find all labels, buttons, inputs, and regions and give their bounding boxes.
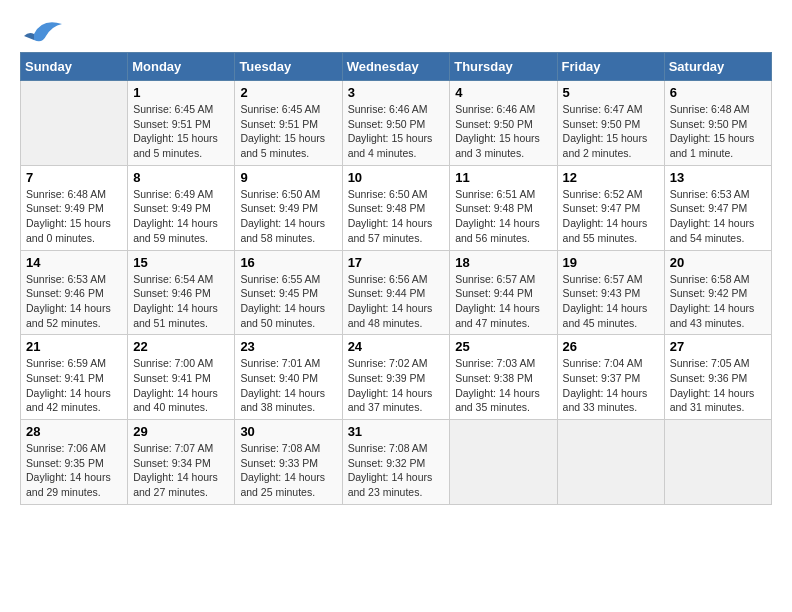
calendar-cell: 22Sunrise: 7:00 AMSunset: 9:41 PMDayligh… bbox=[128, 335, 235, 420]
calendar-cell: 21Sunrise: 6:59 AMSunset: 9:41 PMDayligh… bbox=[21, 335, 128, 420]
calendar-week-row: 28Sunrise: 7:06 AMSunset: 9:35 PMDayligh… bbox=[21, 420, 772, 505]
calendar-cell: 7Sunrise: 6:48 AMSunset: 9:49 PMDaylight… bbox=[21, 165, 128, 250]
calendar-cell: 10Sunrise: 6:50 AMSunset: 9:48 PMDayligh… bbox=[342, 165, 450, 250]
day-info: Sunrise: 6:48 AMSunset: 9:49 PMDaylight:… bbox=[26, 187, 122, 246]
day-number: 11 bbox=[455, 170, 551, 185]
day-info: Sunrise: 6:50 AMSunset: 9:48 PMDaylight:… bbox=[348, 187, 445, 246]
col-header-friday: Friday bbox=[557, 53, 664, 81]
calendar-cell: 17Sunrise: 6:56 AMSunset: 9:44 PMDayligh… bbox=[342, 250, 450, 335]
calendar-cell: 3Sunrise: 6:46 AMSunset: 9:50 PMDaylight… bbox=[342, 81, 450, 166]
day-info: Sunrise: 7:02 AMSunset: 9:39 PMDaylight:… bbox=[348, 356, 445, 415]
calendar-cell: 14Sunrise: 6:53 AMSunset: 9:46 PMDayligh… bbox=[21, 250, 128, 335]
col-header-thursday: Thursday bbox=[450, 53, 557, 81]
day-info: Sunrise: 6:55 AMSunset: 9:45 PMDaylight:… bbox=[240, 272, 336, 331]
day-number: 21 bbox=[26, 339, 122, 354]
calendar-cell bbox=[664, 420, 771, 505]
calendar-week-row: 14Sunrise: 6:53 AMSunset: 9:46 PMDayligh… bbox=[21, 250, 772, 335]
day-info: Sunrise: 7:07 AMSunset: 9:34 PMDaylight:… bbox=[133, 441, 229, 500]
day-info: Sunrise: 7:05 AMSunset: 9:36 PMDaylight:… bbox=[670, 356, 766, 415]
day-number: 4 bbox=[455, 85, 551, 100]
day-info: Sunrise: 6:52 AMSunset: 9:47 PMDaylight:… bbox=[563, 187, 659, 246]
day-number: 3 bbox=[348, 85, 445, 100]
logo bbox=[20, 16, 62, 44]
calendar-cell: 24Sunrise: 7:02 AMSunset: 9:39 PMDayligh… bbox=[342, 335, 450, 420]
day-info: Sunrise: 6:48 AMSunset: 9:50 PMDaylight:… bbox=[670, 102, 766, 161]
day-number: 26 bbox=[563, 339, 659, 354]
day-info: Sunrise: 6:53 AMSunset: 9:46 PMDaylight:… bbox=[26, 272, 122, 331]
calendar-cell: 26Sunrise: 7:04 AMSunset: 9:37 PMDayligh… bbox=[557, 335, 664, 420]
calendar-cell: 28Sunrise: 7:06 AMSunset: 9:35 PMDayligh… bbox=[21, 420, 128, 505]
col-header-saturday: Saturday bbox=[664, 53, 771, 81]
day-number: 8 bbox=[133, 170, 229, 185]
day-number: 25 bbox=[455, 339, 551, 354]
calendar-cell: 8Sunrise: 6:49 AMSunset: 9:49 PMDaylight… bbox=[128, 165, 235, 250]
day-number: 18 bbox=[455, 255, 551, 270]
day-number: 22 bbox=[133, 339, 229, 354]
calendar-cell bbox=[21, 81, 128, 166]
day-info: Sunrise: 6:54 AMSunset: 9:46 PMDaylight:… bbox=[133, 272, 229, 331]
day-number: 29 bbox=[133, 424, 229, 439]
calendar-cell: 11Sunrise: 6:51 AMSunset: 9:48 PMDayligh… bbox=[450, 165, 557, 250]
day-info: Sunrise: 6:46 AMSunset: 9:50 PMDaylight:… bbox=[348, 102, 445, 161]
day-number: 19 bbox=[563, 255, 659, 270]
day-number: 2 bbox=[240, 85, 336, 100]
calendar-table: SundayMondayTuesdayWednesdayThursdayFrid… bbox=[20, 52, 772, 505]
day-info: Sunrise: 6:56 AMSunset: 9:44 PMDaylight:… bbox=[348, 272, 445, 331]
calendar-cell: 6Sunrise: 6:48 AMSunset: 9:50 PMDaylight… bbox=[664, 81, 771, 166]
day-info: Sunrise: 6:51 AMSunset: 9:48 PMDaylight:… bbox=[455, 187, 551, 246]
day-number: 5 bbox=[563, 85, 659, 100]
calendar-cell: 5Sunrise: 6:47 AMSunset: 9:50 PMDaylight… bbox=[557, 81, 664, 166]
calendar-cell: 25Sunrise: 7:03 AMSunset: 9:38 PMDayligh… bbox=[450, 335, 557, 420]
calendar-cell: 20Sunrise: 6:58 AMSunset: 9:42 PMDayligh… bbox=[664, 250, 771, 335]
day-number: 31 bbox=[348, 424, 445, 439]
day-info: Sunrise: 6:53 AMSunset: 9:47 PMDaylight:… bbox=[670, 187, 766, 246]
calendar-cell: 4Sunrise: 6:46 AMSunset: 9:50 PMDaylight… bbox=[450, 81, 557, 166]
calendar-cell: 1Sunrise: 6:45 AMSunset: 9:51 PMDaylight… bbox=[128, 81, 235, 166]
day-number: 1 bbox=[133, 85, 229, 100]
calendar-cell: 31Sunrise: 7:08 AMSunset: 9:32 PMDayligh… bbox=[342, 420, 450, 505]
day-info: Sunrise: 6:45 AMSunset: 9:51 PMDaylight:… bbox=[133, 102, 229, 161]
day-info: Sunrise: 7:08 AMSunset: 9:33 PMDaylight:… bbox=[240, 441, 336, 500]
day-number: 7 bbox=[26, 170, 122, 185]
calendar-cell: 13Sunrise: 6:53 AMSunset: 9:47 PMDayligh… bbox=[664, 165, 771, 250]
calendar-cell: 29Sunrise: 7:07 AMSunset: 9:34 PMDayligh… bbox=[128, 420, 235, 505]
day-info: Sunrise: 6:47 AMSunset: 9:50 PMDaylight:… bbox=[563, 102, 659, 161]
day-info: Sunrise: 6:59 AMSunset: 9:41 PMDaylight:… bbox=[26, 356, 122, 415]
calendar-week-row: 21Sunrise: 6:59 AMSunset: 9:41 PMDayligh… bbox=[21, 335, 772, 420]
day-number: 17 bbox=[348, 255, 445, 270]
day-info: Sunrise: 6:57 AMSunset: 9:44 PMDaylight:… bbox=[455, 272, 551, 331]
calendar-cell: 15Sunrise: 6:54 AMSunset: 9:46 PMDayligh… bbox=[128, 250, 235, 335]
day-info: Sunrise: 7:00 AMSunset: 9:41 PMDaylight:… bbox=[133, 356, 229, 415]
calendar-cell: 19Sunrise: 6:57 AMSunset: 9:43 PMDayligh… bbox=[557, 250, 664, 335]
calendar-cell: 23Sunrise: 7:01 AMSunset: 9:40 PMDayligh… bbox=[235, 335, 342, 420]
col-header-monday: Monday bbox=[128, 53, 235, 81]
calendar-cell: 27Sunrise: 7:05 AMSunset: 9:36 PMDayligh… bbox=[664, 335, 771, 420]
calendar-cell: 12Sunrise: 6:52 AMSunset: 9:47 PMDayligh… bbox=[557, 165, 664, 250]
day-info: Sunrise: 6:49 AMSunset: 9:49 PMDaylight:… bbox=[133, 187, 229, 246]
day-info: Sunrise: 6:58 AMSunset: 9:42 PMDaylight:… bbox=[670, 272, 766, 331]
day-number: 9 bbox=[240, 170, 336, 185]
day-info: Sunrise: 6:46 AMSunset: 9:50 PMDaylight:… bbox=[455, 102, 551, 161]
day-info: Sunrise: 6:57 AMSunset: 9:43 PMDaylight:… bbox=[563, 272, 659, 331]
col-header-tuesday: Tuesday bbox=[235, 53, 342, 81]
day-number: 24 bbox=[348, 339, 445, 354]
day-info: Sunrise: 6:50 AMSunset: 9:49 PMDaylight:… bbox=[240, 187, 336, 246]
calendar-cell: 18Sunrise: 6:57 AMSunset: 9:44 PMDayligh… bbox=[450, 250, 557, 335]
day-info: Sunrise: 7:08 AMSunset: 9:32 PMDaylight:… bbox=[348, 441, 445, 500]
day-info: Sunrise: 7:06 AMSunset: 9:35 PMDaylight:… bbox=[26, 441, 122, 500]
day-info: Sunrise: 7:03 AMSunset: 9:38 PMDaylight:… bbox=[455, 356, 551, 415]
day-number: 20 bbox=[670, 255, 766, 270]
logo-bird-icon bbox=[24, 16, 62, 44]
calendar-cell: 2Sunrise: 6:45 AMSunset: 9:51 PMDaylight… bbox=[235, 81, 342, 166]
col-header-wednesday: Wednesday bbox=[342, 53, 450, 81]
day-number: 30 bbox=[240, 424, 336, 439]
calendar-cell: 30Sunrise: 7:08 AMSunset: 9:33 PMDayligh… bbox=[235, 420, 342, 505]
day-number: 15 bbox=[133, 255, 229, 270]
calendar-week-row: 1Sunrise: 6:45 AMSunset: 9:51 PMDaylight… bbox=[21, 81, 772, 166]
day-number: 12 bbox=[563, 170, 659, 185]
calendar-cell: 9Sunrise: 6:50 AMSunset: 9:49 PMDaylight… bbox=[235, 165, 342, 250]
day-number: 16 bbox=[240, 255, 336, 270]
day-number: 23 bbox=[240, 339, 336, 354]
day-number: 6 bbox=[670, 85, 766, 100]
day-number: 10 bbox=[348, 170, 445, 185]
